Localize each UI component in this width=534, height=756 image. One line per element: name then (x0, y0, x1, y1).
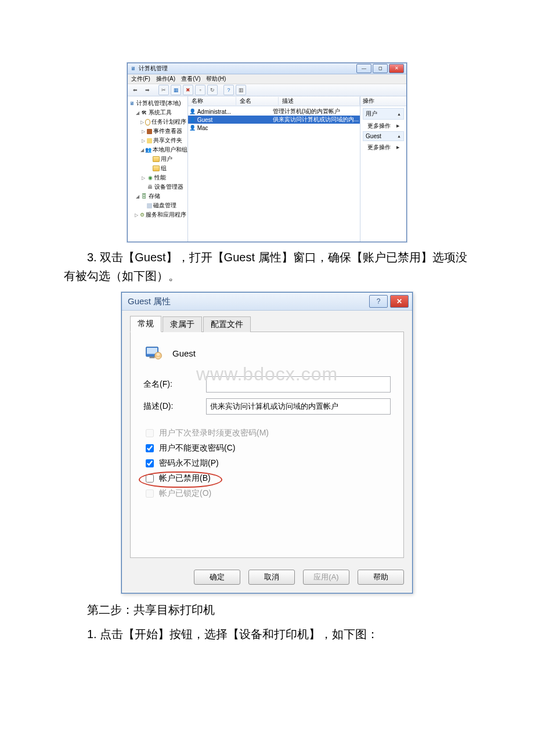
tree-device-manager[interactable]: 设备管理器 (154, 183, 183, 191)
minimize-button[interactable]: — (356, 64, 371, 73)
menu-action[interactable]: 操作(A) (156, 75, 175, 83)
apply-button[interactable]: 应用(A) (303, 570, 349, 585)
user-desc: 管理计算机(域)的内置帐户 (273, 107, 359, 116)
refresh-icon[interactable]: ↻ (207, 85, 218, 95)
list-item[interactable]: 👤 Mac (188, 124, 360, 132)
dialog-titlebar: Guest 属性 ? ✕ (122, 293, 412, 311)
properties-icon[interactable]: ▦ (171, 85, 181, 95)
fullname-field[interactable] (206, 376, 391, 393)
guest-properties-dialog: Guest 属性 ? ✕ 常规 隶属于 配置文件 www.bdocx.com (121, 292, 413, 593)
list-header: 名称 全名 描述 (188, 96, 360, 106)
window-titlebar: 🖥 计算机管理 — ◻ ✕ (128, 63, 406, 74)
checkbox-row-neverexpire[interactable]: 密码永不过期(P) (143, 458, 391, 469)
user-name: Administrat... (197, 109, 238, 115)
col-fullname[interactable]: 全名 (236, 97, 279, 105)
expand-icon[interactable]: ▷ (135, 213, 139, 218)
description-label: 描述(D): (143, 401, 199, 412)
tree-task-scheduler[interactable]: 任务计划程序 (151, 118, 186, 126)
list-item-selected[interactable]: 👤 Guest 供来宾访问计算机或访问域的内... (188, 116, 360, 124)
help-button[interactable]: 帮助 (358, 570, 404, 585)
tree-services-apps[interactable]: 服务和应用程序 (146, 211, 186, 219)
window-title: 计算机管理 (139, 64, 168, 73)
body-text: 1. 点击【开始】按钮，选择【设备和打印机】，如下图： (64, 625, 470, 643)
cancel-button[interactable]: 取消 (248, 570, 295, 585)
checkbox-mustchange (146, 429, 154, 437)
svg-rect-2 (150, 357, 155, 358)
collapse-icon[interactable]: ◢ (135, 194, 140, 199)
description-field[interactable] (206, 398, 391, 415)
storage-icon: 🗄 (141, 193, 147, 200)
collapse-icon[interactable]: ◢ (140, 147, 144, 153)
expand-icon[interactable]: ▷ (140, 175, 146, 181)
nav-back-icon[interactable]: ⬅ (130, 85, 140, 95)
tree-shared-folders[interactable]: 共享文件夹 (153, 136, 182, 145)
chevron-right-icon: ▶ (396, 124, 399, 128)
nav-tree[interactable]: 🖥计算机管理(本地) ◢🛠系统工具 ▷任务计划程序 ▷事件查看器 ▷共享文件夹 … (128, 96, 188, 242)
svg-point-4 (157, 353, 160, 356)
cut-icon[interactable]: ✂ (158, 85, 169, 95)
actions-item[interactable]: 更多操作 ▶ (363, 121, 404, 131)
tab-memberof[interactable]: 隶属于 (163, 316, 202, 332)
tab-profile[interactable]: 配置文件 (203, 316, 251, 332)
delete-icon[interactable]: ✖ (183, 85, 193, 95)
actions-header: 操作 (360, 96, 406, 106)
help-icon[interactable]: ? (223, 85, 234, 95)
tree-local-users-groups[interactable]: 本地用户和组 (153, 146, 187, 154)
collapse-icon[interactable]: ◢ (135, 110, 140, 116)
copy-icon[interactable]: ▫ (195, 85, 205, 95)
actions-item-label: 更多操作 (367, 122, 391, 130)
checkbox-cannotchange[interactable] (146, 444, 154, 452)
close-button[interactable]: ✕ (389, 64, 404, 73)
menu-help[interactable]: 帮助(H) (206, 75, 226, 83)
event-icon (147, 129, 152, 134)
tree-groups[interactable]: 组 (161, 164, 167, 172)
actions-section-title: 用户 (366, 110, 377, 118)
export-icon[interactable]: ▥ (236, 85, 246, 95)
users-group-icon: 👥 (145, 147, 151, 153)
actions-section[interactable]: Guest ▲ (363, 131, 404, 141)
checkbox-row-disabled[interactable]: 帐户已禁用(B) (143, 473, 391, 484)
user-desc: 供来宾访问计算机或访问域的内... (273, 116, 359, 124)
user-icon: 👤 (189, 125, 196, 131)
menu-view[interactable]: 查看(V) (181, 75, 200, 83)
tabstrip: 常规 隶属于 配置文件 (130, 315, 404, 332)
tree-system-tools[interactable]: 系统工具 (149, 109, 172, 117)
checkbox-neverexpire[interactable] (146, 459, 154, 467)
maximize-button[interactable]: ◻ (373, 64, 388, 73)
folder-icon (153, 156, 160, 162)
services-icon: ⚙ (140, 212, 145, 218)
folder-icon (153, 165, 160, 171)
app-icon: 🖥 (130, 66, 136, 72)
checkbox-locked (146, 489, 154, 498)
list-item[interactable]: 👤 Administrat... 管理计算机(域)的内置帐户 (188, 107, 360, 116)
col-description[interactable]: 描述 (279, 97, 360, 105)
help-button[interactable]: ? (369, 295, 388, 308)
actions-section[interactable]: 用户 ▲ (363, 108, 404, 120)
collapse-icon: ▲ (397, 134, 401, 138)
tab-general[interactable]: 常规 (130, 316, 161, 332)
tree-storage[interactable]: 存储 (149, 192, 160, 200)
actions-item[interactable]: 更多操作 ▶ (363, 142, 404, 153)
menu-file[interactable]: 文件(F) (131, 75, 150, 83)
checkbox-row-cannotchange[interactable]: 用户不能更改密码(C) (143, 442, 391, 454)
close-button[interactable]: ✕ (390, 295, 409, 308)
actions-item-label: 更多操作 (367, 143, 391, 152)
fullname-label: 全名(F): (143, 379, 199, 390)
expand-icon[interactable]: ▷ (140, 120, 144, 125)
tree-disk-management[interactable]: 磁盘管理 (153, 201, 176, 210)
tree-users[interactable]: 用户 (161, 155, 172, 163)
performance-icon: ◉ (147, 175, 153, 181)
tree-performance[interactable]: 性能 (154, 174, 166, 182)
ok-button[interactable]: 确定 (194, 570, 240, 585)
col-name[interactable]: 名称 (188, 97, 236, 105)
checkbox-account-disabled[interactable] (146, 474, 154, 483)
expand-icon[interactable]: ▷ (140, 129, 146, 134)
chevron-right-icon: ▶ (396, 145, 399, 150)
tree-root[interactable]: 计算机管理(本地) (136, 99, 181, 107)
nav-forward-icon[interactable]: ➡ (142, 85, 153, 95)
actions-section-title: Guest (366, 133, 381, 139)
expand-icon[interactable]: ▷ (140, 138, 146, 143)
tree-event-viewer[interactable]: 事件查看器 (153, 127, 182, 135)
collapse-icon: ▲ (397, 112, 401, 116)
checkbox-row-locked: 帐户已锁定(O) (143, 488, 391, 499)
